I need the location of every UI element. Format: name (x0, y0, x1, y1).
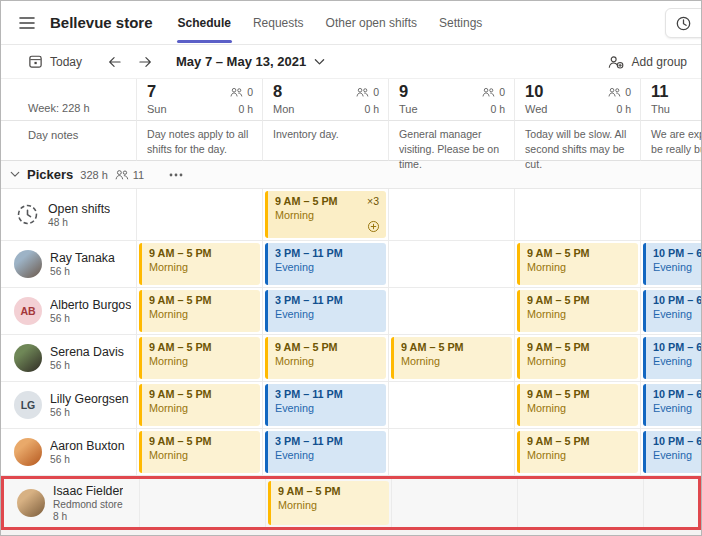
schedule-cell[interactable] (388, 189, 514, 241)
hamburger-menu-icon[interactable] (19, 16, 35, 30)
schedule-cell[interactable]: 9 AM – 5 PMMorning (514, 288, 640, 335)
shift-card[interactable]: 9 AM – 5 PMMorning (517, 384, 638, 426)
shift-card[interactable]: 10 PM – 6 AMEvening (643, 384, 702, 426)
add-group-button[interactable]: Add group (608, 55, 687, 69)
shift-card[interactable]: 9 AM – 5 PMMorning (268, 481, 389, 525)
schedule-cell[interactable]: 3 PM – 11 PMEvening (262, 429, 388, 476)
today-button[interactable]: Today (28, 54, 82, 69)
day-note-cell[interactable]: Inventory day. (262, 121, 388, 161)
schedule-cell[interactable] (640, 189, 702, 241)
member-name: Aaron Buxton (50, 439, 125, 453)
shift-card[interactable]: 9 AM – 5 PMMorning (517, 337, 638, 379)
member-cell-alberto-burgos[interactable]: ABAlberto Burgos56 h (1, 288, 136, 335)
shift-card[interactable]: 9 AM – 5 PMMorning (139, 337, 260, 379)
schedule-cell[interactable]: 9 AM – 5 PMMorning (388, 335, 514, 382)
member-cell-lilly-georgsen[interactable]: LGLilly Georgsen56 h (1, 382, 136, 429)
tab-settings[interactable]: Settings (428, 1, 493, 44)
shift-card[interactable]: 10 PM – 6 AMEvening (643, 431, 702, 473)
schedule-cell[interactable]: 9 AM – 5 PMMorning (136, 382, 262, 429)
group-member-count: 11 (115, 169, 144, 181)
shift-card[interactable]: 3 PM – 11 PMEvening (265, 290, 386, 332)
day-header-thu[interactable]: 11Thu00 h (640, 79, 702, 121)
shift-time: 3 PM – 11 PM (275, 294, 379, 306)
schedule-cell[interactable]: 9 AM – 5 PMMorning (514, 382, 640, 429)
people-icon (356, 87, 369, 97)
schedule-cell[interactable]: 3 PM – 11 PMEvening (262, 241, 388, 288)
day-note-cell[interactable]: We are expecting to be really busy. (640, 121, 702, 161)
shift-card[interactable]: 9 AM – 5 PMMorning (139, 290, 260, 332)
member-cell-serena-davis[interactable]: Serena Davis56 h (1, 335, 136, 382)
shift-label: Evening (653, 355, 702, 367)
previous-week-button[interactable] (106, 54, 123, 70)
shift-card[interactable]: 9 AM – 5 PMMorning (139, 243, 260, 285)
shift-card[interactable]: 3 PM – 11 PMEvening (265, 384, 386, 426)
shift-card[interactable]: 9 AM – 5 PMMorning (265, 337, 386, 379)
member-cell-ray-tanaka[interactable]: Ray Tanaka56 h (1, 241, 136, 288)
schedule-cell[interactable]: 10 PM – 6 AMEvening (640, 335, 702, 382)
shift-card[interactable]: 9 AM – 5 PMMorning (139, 431, 260, 473)
schedule-cell[interactable]: 10 PM – 6 AMEvening (640, 288, 702, 335)
shift-card[interactable]: 3 PM – 11 PMEvening (265, 431, 386, 473)
group-collapse-chevron-icon[interactable] (10, 171, 20, 178)
schedule-cell[interactable]: 10 PM – 6 AMEvening (640, 382, 702, 429)
schedule-cell[interactable]: 9 AM – 5 PMMorning (136, 429, 262, 476)
schedule-cell[interactable] (136, 189, 262, 241)
group-more-options-icon[interactable] (163, 171, 189, 179)
schedule-cell[interactable]: 9 AM – 5 PMMorning (136, 335, 262, 382)
schedule-cell[interactable] (388, 429, 514, 476)
schedule-cell[interactable] (514, 189, 640, 241)
shift-card[interactable]: 9 AM – 5 PMMorning (517, 290, 638, 332)
shift-label: Evening (653, 449, 702, 461)
schedule-cell[interactable] (388, 382, 514, 429)
shift-card[interactable]: 9 AM – 5 PMMorning (391, 337, 512, 379)
tab-other-open-shifts[interactable]: Other open shifts (315, 1, 428, 44)
schedule-cell[interactable]: 9 AM – 5 PMMorning (262, 335, 388, 382)
day-header-mon[interactable]: 8Mon00 h (262, 79, 388, 121)
schedule-cell[interactable]: 9 AM – 5 PMMorning (136, 241, 262, 288)
schedule-cell[interactable] (388, 288, 514, 335)
day-note-cell[interactable]: Day notes apply to all shifts for the da… (136, 121, 262, 161)
time-clock-button[interactable] (665, 8, 702, 38)
next-week-button[interactable] (137, 54, 154, 70)
schedule-cell[interactable]: 3 PM – 11 PMEvening (262, 288, 388, 335)
member-subtitle: 56 h (50, 454, 125, 465)
schedule-cell[interactable]: 9 AM – 5 PM×3Morning (262, 189, 388, 241)
shift-card[interactable]: 10 PM – 6 AMEvening (643, 290, 702, 332)
schedule-cell[interactable]: 10 PM – 6 AMEvening (640, 241, 702, 288)
schedule-cell[interactable] (643, 479, 701, 527)
schedule-cell[interactable]: 9 AM – 5 PMMorning (514, 335, 640, 382)
open-shift-claim-icon[interactable] (367, 220, 380, 233)
schedule-cell[interactable] (388, 241, 514, 288)
day-header-sun[interactable]: 7Sun00 h (136, 79, 262, 121)
schedule-cell[interactable]: 9 AM – 5 PMMorning (514, 429, 640, 476)
schedule-cell[interactable]: 9 AM – 5 PMMorning (514, 241, 640, 288)
day-header-tue[interactable]: 9Tue00 h (388, 79, 514, 121)
member-cell-aaron-buxton[interactable]: Aaron Buxton56 h (1, 429, 136, 476)
day-header-wed[interactable]: 10Wed00 h (514, 79, 640, 121)
shift-card[interactable]: 9 AM – 5 PMMorning (517, 431, 638, 473)
shift-card[interactable]: 9 AM – 5 PM×3Morning (265, 191, 386, 238)
day-note-cell[interactable]: Today will be slow. All second shifts ma… (514, 121, 640, 161)
tab-schedule[interactable]: Schedule (167, 1, 242, 44)
group-hours: 328 h (80, 169, 108, 181)
shift-label: Morning (149, 402, 253, 414)
schedule-cell[interactable] (139, 479, 265, 527)
member-cell-open-shifts[interactable]: Open shifts48 h (1, 189, 136, 241)
schedule-cell[interactable] (517, 479, 643, 527)
member-cell-isaac-fielder[interactable]: Isaac FielderRedmond store8 h (4, 479, 139, 527)
schedule-cell[interactable]: 10 PM – 6 AMEvening (640, 429, 702, 476)
schedule-cell[interactable]: 9 AM – 5 PMMorning (136, 288, 262, 335)
shift-card[interactable]: 10 PM – 6 AMEvening (643, 337, 702, 379)
schedule-cell[interactable] (391, 479, 517, 527)
day-notes-label: Day notes (28, 129, 78, 141)
tab-requests[interactable]: Requests (242, 1, 315, 44)
schedule-cell[interactable]: 3 PM – 11 PMEvening (262, 382, 388, 429)
shift-card[interactable]: 10 PM – 6 AMEvening (643, 243, 702, 285)
schedule-cell[interactable]: 9 AM – 5 PMMorning (265, 479, 391, 527)
shift-card[interactable]: 9 AM – 5 PMMorning (517, 243, 638, 285)
date-range-selector[interactable]: May 7 – May 13, 2021 (176, 54, 325, 69)
day-note-cell[interactable]: General manager visiting. Please be on t… (388, 121, 514, 161)
shift-time: 9 AM – 5 PM (278, 485, 382, 497)
shift-card[interactable]: 9 AM – 5 PMMorning (139, 384, 260, 426)
shift-card[interactable]: 3 PM – 11 PMEvening (265, 243, 386, 285)
